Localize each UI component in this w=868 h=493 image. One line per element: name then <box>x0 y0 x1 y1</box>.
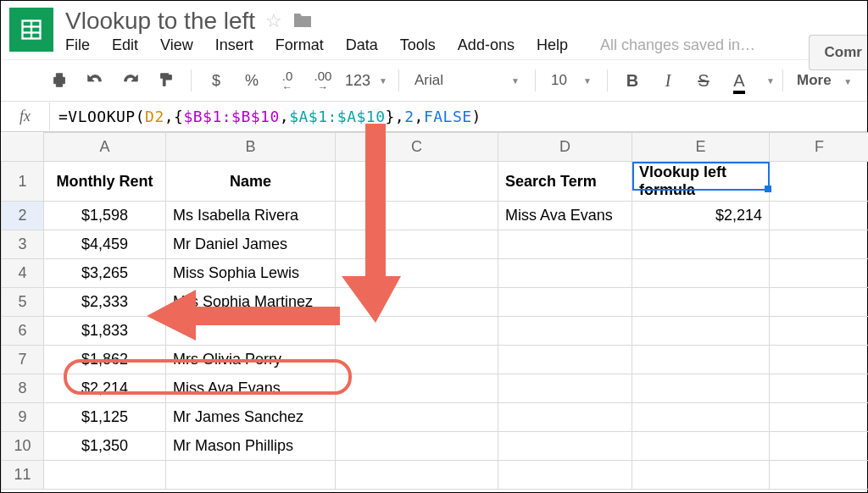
row-header[interactable]: 5 <box>2 288 44 317</box>
cell[interactable] <box>44 461 166 490</box>
cell[interactable]: $1,833 <box>44 317 166 346</box>
cell[interactable]: Miss Ava Evans <box>498 202 632 230</box>
menu-data[interactable]: Data <box>346 36 378 54</box>
cell[interactable] <box>770 432 869 461</box>
cell[interactable]: $2,214 <box>44 374 166 403</box>
cell[interactable]: Vlookup left formula <box>632 162 770 202</box>
cell[interactable] <box>498 432 632 461</box>
cell[interactable]: $2,333 <box>44 288 166 317</box>
number-format-button[interactable]: 123▼ <box>342 65 390 96</box>
cell[interactable]: $1,862 <box>44 346 166 374</box>
cell[interactable] <box>632 374 770 403</box>
cell[interactable] <box>770 288 869 317</box>
cell[interactable] <box>632 403 770 432</box>
cell[interactable] <box>770 374 869 403</box>
menu-edit[interactable]: Edit <box>112 36 138 54</box>
menu-format[interactable]: Format <box>275 36 324 54</box>
star-icon[interactable]: ☆ <box>265 10 282 32</box>
cell[interactable] <box>498 374 632 403</box>
cell[interactable] <box>632 317 770 346</box>
cell[interactable] <box>336 230 498 259</box>
cell[interactable]: Miss Sophia Lewis <box>166 259 336 288</box>
cell[interactable]: $1,350 <box>44 432 166 461</box>
cell[interactable] <box>166 317 336 346</box>
text-color-caret[interactable]: ▼ <box>759 65 774 96</box>
col-header-f[interactable]: F <box>770 133 869 162</box>
strikethrough-button[interactable]: S <box>687 65 720 96</box>
spreadsheet-grid[interactable]: A B C D E F 1 Monthly Rent Name Search T… <box>1 132 867 490</box>
cell[interactable] <box>166 461 336 490</box>
cell[interactable] <box>498 288 632 317</box>
cell[interactable] <box>632 288 770 317</box>
cell[interactable] <box>632 461 770 490</box>
cell[interactable] <box>632 230 770 259</box>
menu-view[interactable]: View <box>160 36 193 54</box>
cell[interactable]: Mr Daniel James <box>166 230 336 259</box>
cell[interactable] <box>632 259 770 288</box>
cell[interactable]: $2,214 <box>632 202 770 230</box>
cell[interactable] <box>336 162 498 202</box>
cell[interactable] <box>498 230 632 259</box>
paint-format-icon[interactable] <box>150 65 182 96</box>
cell[interactable] <box>770 317 869 346</box>
cell[interactable]: $1,125 <box>44 403 166 432</box>
cell[interactable] <box>770 162 869 202</box>
cell[interactable]: $1,598 <box>44 202 166 230</box>
cell[interactable]: Mrs Sophia Martinez <box>166 288 336 317</box>
font-size-select[interactable]: 10▼ <box>544 72 598 89</box>
formula-input[interactable]: =VLOOKUP(D2,{$B$1:$B$10,$A$1:$A$10},2,FA… <box>50 104 490 129</box>
cell[interactable] <box>336 374 498 403</box>
cell[interactable] <box>632 346 770 374</box>
sheets-logo[interactable] <box>9 8 53 52</box>
row-header[interactable]: 11 <box>2 461 44 490</box>
cell[interactable] <box>632 432 770 461</box>
cell[interactable] <box>770 230 869 259</box>
col-header-e[interactable]: E <box>632 133 770 162</box>
currency-button[interactable]: $ <box>200 65 232 96</box>
folder-icon[interactable] <box>292 8 313 35</box>
cell[interactable] <box>336 202 498 230</box>
cell[interactable]: Search Term <box>498 162 632 202</box>
menu-addons[interactable]: Add-ons <box>458 36 515 54</box>
row-header[interactable]: 4 <box>2 259 44 288</box>
cell[interactable] <box>336 403 498 432</box>
cell[interactable] <box>336 461 498 490</box>
row-header[interactable]: 2 <box>2 202 44 230</box>
cell[interactable]: Ms Isabella Rivera <box>166 202 336 230</box>
cell[interactable] <box>770 461 869 490</box>
cell[interactable]: Monthly Rent <box>44 162 166 202</box>
row-header[interactable]: 6 <box>2 317 44 346</box>
row-header[interactable]: 3 <box>2 230 44 259</box>
menu-file[interactable]: File <box>65 36 90 54</box>
decrease-decimal-button[interactable]: .0← <box>271 65 303 96</box>
menu-help[interactable]: Help <box>537 36 568 54</box>
menu-insert[interactable]: Insert <box>215 36 253 54</box>
cell[interactable]: Miss Ava Evans <box>166 374 336 403</box>
more-button[interactable]: More ▼ <box>797 72 852 89</box>
undo-icon[interactable] <box>79 65 111 96</box>
menu-tools[interactable]: Tools <box>400 36 436 54</box>
cell[interactable]: $3,265 <box>44 259 166 288</box>
row-header[interactable]: 9 <box>2 403 44 432</box>
bold-button[interactable]: B <box>616 65 648 96</box>
cell[interactable] <box>770 202 869 230</box>
cell[interactable]: Name <box>166 162 336 202</box>
cell[interactable]: Mrs Olivia Perry <box>166 346 336 374</box>
comments-button[interactable]: Comr <box>809 35 867 70</box>
cell[interactable] <box>498 461 632 490</box>
cell[interactable] <box>336 346 498 374</box>
col-header-b[interactable]: B <box>166 133 336 162</box>
font-select[interactable]: Arial▼ <box>408 72 526 89</box>
cell[interactable] <box>336 288 498 317</box>
cell[interactable] <box>770 346 869 374</box>
row-header[interactable]: 1 <box>2 162 44 202</box>
cell[interactable]: $4,459 <box>44 230 166 259</box>
row-header[interactable]: 8 <box>2 374 44 403</box>
cell[interactable]: Mr James Sanchez <box>166 403 336 432</box>
doc-title[interactable]: Vlookup to the left <box>65 8 255 35</box>
col-header-c[interactable]: C <box>336 133 498 162</box>
cell[interactable] <box>336 317 498 346</box>
text-color-button[interactable]: A <box>723 65 755 96</box>
cell[interactable] <box>498 403 632 432</box>
cell[interactable]: Mr Mason Phillips <box>166 432 336 461</box>
